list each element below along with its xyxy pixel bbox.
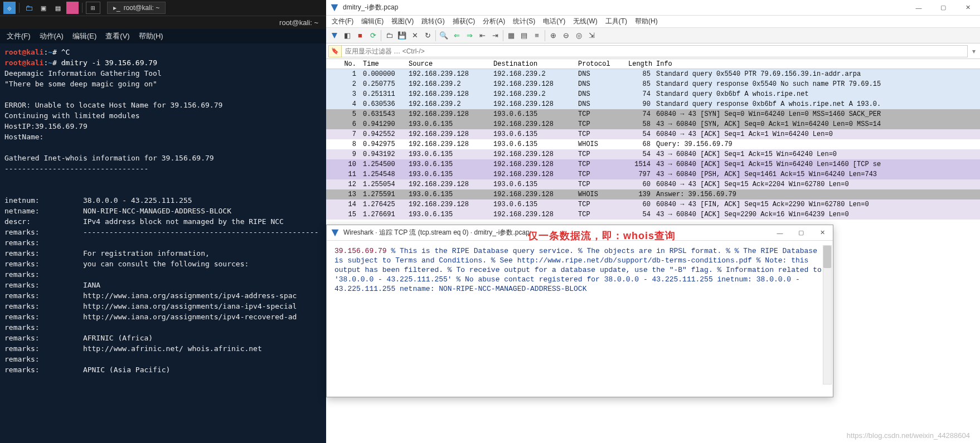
- kali-top-panel: ⟐ 🗀 ▣ ▤ ⊞ ▸_ root@kali: ~: [0, 0, 326, 16]
- minimize-button[interactable]: —: [906, 0, 931, 16]
- wireshark-toolbar: ◧ ■ ⟳ 🗀 💾 ✕ ↻ 🔍 ⇐ ⇒ ⇤ ⇥ ▦ ▤ ≡ ⊕ ⊖ ◎ ⇲: [326, 28, 980, 43]
- separator: [435, 30, 436, 41]
- close-file-icon[interactable]: ✕: [409, 30, 421, 42]
- packet-list[interactable]: No. Time Source Destination Protocol Len…: [326, 59, 980, 220]
- menu-help[interactable]: 帮助(H): [635, 17, 658, 26]
- text-editor-icon[interactable]: ▤: [52, 2, 64, 14]
- go-back-icon[interactable]: ⇐: [450, 30, 463, 42]
- bookmark-filter-icon[interactable]: 🔖: [328, 45, 342, 57]
- menu-tools[interactable]: 工具(T): [605, 17, 627, 26]
- terminal-icon[interactable]: ▣: [37, 2, 50, 14]
- capture-options-icon[interactable]: ◧: [341, 30, 353, 42]
- terminal-output[interactable]: root@kali:~# ^C root@kali:~# dmitry -i 3…: [0, 43, 326, 443]
- close-button[interactable]: ✕: [955, 0, 980, 16]
- packet-row[interactable]: 111.254548193.0.6.135192.168.239.128TCP7…: [326, 169, 980, 179]
- taskbar-item-terminal[interactable]: ▸_ root@kali: ~: [107, 2, 166, 14]
- find-icon[interactable]: 🔍: [438, 30, 450, 42]
- reload-icon[interactable]: ↻: [421, 30, 434, 42]
- start-capture-icon[interactable]: [328, 30, 341, 42]
- app-icon[interactable]: [66, 2, 79, 14]
- packet-row[interactable]: 141.276425192.168.239.128193.0.6.135TCP6…: [326, 199, 980, 210]
- filter-dropdown-icon[interactable]: ▾: [968, 47, 980, 55]
- packet-row[interactable]: 70.942552192.168.239.128193.0.6.135TCP54…: [326, 129, 980, 139]
- watermark: https://blog.csdn.net/weixin_44288604: [847, 431, 970, 440]
- packet-row[interactable]: 90.943192193.0.6.135192.168.239.128TCP54…: [326, 149, 980, 159]
- menu-edit[interactable]: 编辑(E): [361, 17, 384, 26]
- resize-icon[interactable]: ⇲: [585, 30, 598, 42]
- go-forward-icon[interactable]: ⇒: [463, 30, 476, 42]
- col-proto[interactable]: Protocol: [575, 60, 625, 68]
- packet-row[interactable]: 40.630536192.168.239.2192.168.239.128DNS…: [326, 99, 980, 109]
- wireshark-icon: [329, 3, 339, 13]
- menu-go[interactable]: 跳转(G): [421, 17, 444, 26]
- maximize-button[interactable]: ▢: [931, 0, 955, 16]
- separator: [381, 30, 381, 41]
- menu-edit[interactable]: 编辑(E): [72, 31, 96, 41]
- server-data: % This is the RIPE Database query servic…: [334, 247, 822, 293]
- zoom-in-icon[interactable]: ⊕: [547, 30, 559, 42]
- col-time[interactable]: Time: [360, 60, 405, 68]
- separator: [503, 30, 503, 41]
- colorize-icon[interactable]: ▤: [518, 30, 530, 42]
- menu-file[interactable]: 文件(F): [332, 17, 353, 26]
- separator: [545, 30, 545, 41]
- kali-logo-icon[interactable]: ⟐: [3, 2, 16, 14]
- stream-content[interactable]: 39.156.69.79 % This is the RIPE Database…: [327, 241, 833, 386]
- packet-row[interactable]: 20.250775192.168.239.2192.168.239.128DNS…: [326, 79, 980, 89]
- display-filter-bar: 🔖 ▾: [326, 43, 980, 59]
- col-dst[interactable]: Destination: [490, 60, 575, 68]
- terminal-icon: ▸_: [113, 4, 120, 12]
- follow-tcp-stream-dialog[interactable]: Wireshark · 追踪 TCP 流 (tcp.stream eq 0) ·…: [326, 225, 833, 397]
- dialog-title: Wireshark · 追踪 TCP 流 (tcp.stream eq 0) ·…: [343, 228, 530, 237]
- packet-row[interactable]: 151.276691193.0.6.135192.168.239.128TCP5…: [326, 210, 980, 220]
- scrollbar-thumb[interactable]: [823, 246, 831, 268]
- divider: [19, 3, 20, 13]
- close-button[interactable]: ✕: [812, 225, 833, 241]
- go-first-icon[interactable]: ⇤: [476, 30, 488, 42]
- stop-capture-icon[interactable]: ■: [354, 30, 366, 42]
- packet-row[interactable]: 131.275591193.0.6.135192.168.239.128WHOI…: [326, 189, 980, 199]
- packet-row[interactable]: 10.000000192.168.239.128192.168.239.2DNS…: [326, 69, 980, 79]
- menu-analyze[interactable]: 分析(A): [483, 17, 505, 26]
- wireshark-icon: [330, 228, 340, 238]
- zoom-out-icon[interactable]: ⊖: [560, 30, 572, 42]
- maximize-button[interactable]: ▢: [790, 225, 812, 241]
- zoom-reset-icon[interactable]: ◎: [573, 30, 585, 42]
- col-info[interactable]: Info: [653, 60, 672, 68]
- menu-wireless[interactable]: 无线(W): [573, 17, 597, 26]
- col-src[interactable]: Source: [405, 60, 490, 68]
- packet-row[interactable]: 30.251311192.168.239.128192.168.239.2DNS…: [326, 89, 980, 99]
- menu-capture[interactable]: 捕获(C): [453, 17, 476, 26]
- wireshark-titlebar[interactable]: dmitry_-i参数.pcap — ▢ ✕: [326, 0, 980, 16]
- file-manager-icon[interactable]: 🗀: [23, 2, 35, 14]
- packet-row[interactable]: 50.631543192.168.239.128193.0.6.135TCP74…: [326, 109, 980, 119]
- menu-help[interactable]: 帮助(H): [139, 31, 163, 41]
- menu-stats[interactable]: 统计(S): [513, 17, 535, 26]
- menu-view[interactable]: 查看(V): [105, 31, 129, 41]
- resize-columns-icon[interactable]: ≡: [531, 30, 543, 42]
- auto-scroll-icon[interactable]: ▦: [505, 30, 517, 42]
- go-last-icon[interactable]: ⇥: [489, 30, 501, 42]
- window-title: dmitry_-i参数.pcap: [343, 3, 398, 12]
- packet-row[interactable]: 80.942975192.168.239.128193.0.6.135WHOIS…: [326, 139, 980, 149]
- restart-capture-icon[interactable]: ⟳: [367, 30, 379, 42]
- save-file-icon[interactable]: 💾: [396, 30, 408, 42]
- display-filter-input[interactable]: [342, 45, 968, 57]
- menu-file[interactable]: 文件(F): [7, 31, 31, 41]
- menu-view[interactable]: 视图(V): [391, 17, 414, 26]
- menu-tel[interactable]: 电话(Y): [543, 17, 565, 26]
- col-no[interactable]: No.: [326, 60, 360, 68]
- packet-list-header[interactable]: No. Time Source Destination Protocol Len…: [326, 59, 980, 69]
- client-data: 39.156.69.79: [334, 247, 387, 255]
- kali-terminal-window: ⟐ 🗀 ▣ ▤ ⊞ ▸_ root@kali: ~ root@kali: ~ 文…: [0, 0, 326, 443]
- menu-action[interactable]: 动作(A): [40, 31, 64, 41]
- open-file-icon[interactable]: 🗀: [383, 30, 395, 42]
- workspace-switcher-icon[interactable]: ⊞: [86, 2, 100, 14]
- divider: [82, 3, 83, 13]
- col-len[interactable]: Length: [625, 60, 653, 68]
- window-titlebar[interactable]: root@kali: ~: [0, 16, 326, 29]
- packet-row[interactable]: 121.255054192.168.239.128193.0.6.135TCP6…: [326, 179, 980, 189]
- packet-row[interactable]: 101.254500193.0.6.135192.168.239.128TCP1…: [326, 159, 980, 169]
- packet-row[interactable]: 60.941290193.0.6.135192.168.239.128TCP58…: [326, 119, 980, 129]
- minimize-button[interactable]: —: [769, 225, 790, 241]
